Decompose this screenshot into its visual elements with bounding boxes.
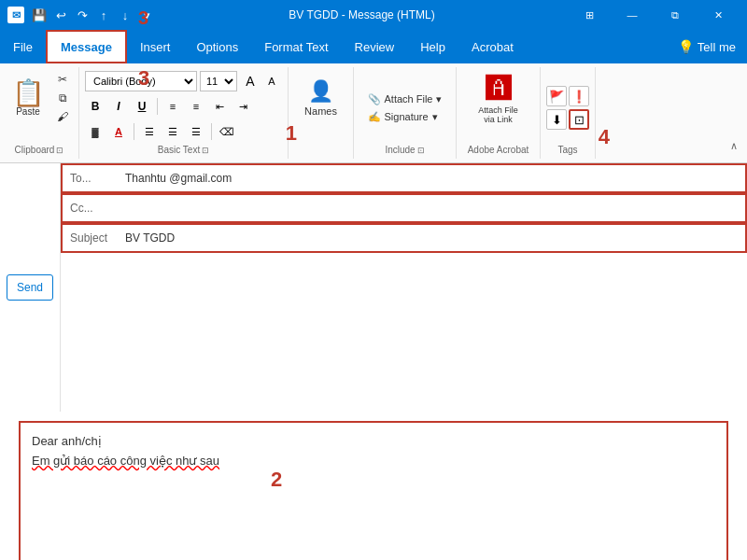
cc-field: Cc... — [61, 193, 747, 223]
importance-low-button[interactable]: ⬇ — [546, 109, 567, 130]
ribbon: 📋 Paste ✂ ⧉ 🖌 Clipboard ⊡ Calibri (Body)… — [0, 63, 747, 163]
align-left-button[interactable]: ☰ — [139, 121, 160, 142]
restore-button[interactable]: ⧉ — [654, 0, 697, 30]
menu-help[interactable]: Help — [407, 30, 458, 63]
attach-file-label: Attach File — [385, 93, 433, 105]
font-size-select[interactable]: 11 — [200, 71, 237, 91]
include-content: 📎 Attach File ▾ ✍ Signature ▾ — [362, 69, 448, 145]
decrease-indent-button[interactable]: ⇤ — [209, 96, 230, 117]
underline-button[interactable]: U — [132, 96, 152, 117]
font-row-1: Calibri (Body) 11 A A — [85, 71, 282, 91]
email-body-wrapper: Dear anh/chị Em gửi báo cáo công việc nh… — [0, 412, 747, 560]
qat-up[interactable]: ↑ — [94, 6, 113, 24]
include-label: Include ⊡ — [385, 145, 424, 157]
clipboard-expand-icon[interactable]: ⊡ — [56, 146, 63, 155]
cc-label: Cc... — [70, 202, 121, 215]
align-right-button[interactable]: ☰ — [186, 121, 206, 142]
highlight-color-button[interactable]: ▓ — [85, 121, 106, 142]
qat-redo[interactable]: ↷ — [73, 6, 92, 24]
tags-label: Tags — [557, 145, 577, 157]
cut-button[interactable]: ✂ — [52, 71, 73, 88]
ribbon-group-tags: 🚩 ❗ ⬇ ⊡ Tags 4 — [541, 67, 596, 159]
tags-row-2: ⬇ ⊡ — [546, 109, 589, 130]
qat-more[interactable]: ▾ — [137, 6, 156, 24]
subject-value[interactable]: BV TGDD — [121, 230, 738, 246]
title-bar-left: ✉ 💾 ↩ ↷ ↑ ↓ ▾ 3 — [7, 6, 156, 24]
annotation-4: 4 — [599, 125, 610, 149]
italic-button[interactable]: I — [108, 96, 129, 117]
close-button[interactable]: ✕ — [697, 0, 740, 30]
names-icon: 👤 — [308, 79, 333, 104]
attach-file-button[interactable]: 📎 Attach File ▾ — [362, 91, 448, 107]
format-painter-button[interactable]: 🖌 — [52, 108, 73, 125]
ribbon-group-clipboard: 📋 Paste ✂ ⧉ 🖌 Clipboard ⊡ — [0, 67, 79, 159]
qat-undo[interactable]: ↩ — [51, 6, 70, 24]
menu-bar: File Message Insert Options Format Text … — [0, 30, 747, 63]
taskbar-button[interactable]: ⊞ — [568, 0, 611, 30]
tell-me[interactable]: 💡 Tell me — [667, 39, 747, 54]
body-line-1: Dear anh/chị — [32, 434, 715, 448]
menu-format-text[interactable]: Format Text — [251, 30, 341, 63]
ribbon-group-include: 📎 Attach File ▾ ✍ Signature ▾ Include ⊡ — [354, 67, 457, 159]
to-field: To... Thanhtu @gmail.com — [61, 163, 747, 193]
font-family-select[interactable]: Calibri (Body) — [85, 71, 197, 91]
flag-button[interactable]: 🚩 — [546, 86, 567, 106]
email-body[interactable]: Dear anh/chị Em gửi báo cáo công việc nh… — [19, 421, 728, 560]
ribbon-collapse-button[interactable]: ∧ — [725, 136, 743, 155]
adobe-acrobat-button[interactable]: 🅰 Attach Filevia Link — [466, 71, 531, 125]
basic-text-label-text: Basic Text — [158, 145, 200, 155]
increase-font-size-button[interactable]: A — [240, 71, 261, 91]
names-button[interactable]: 👤 Names — [295, 71, 347, 125]
font-size-buttons: A A — [240, 71, 282, 91]
menu-acrobat[interactable]: Acrobat — [458, 30, 527, 63]
include-label-text: Include — [385, 145, 415, 155]
tags-row-1: 🚩 ❗ — [546, 86, 589, 106]
signature-label: Signature — [385, 111, 429, 122]
ribbon-group-adobe: 🅰 Attach Filevia Link Adobe Acrobat — [457, 67, 541, 159]
title-bar: ✉ 💾 ↩ ↷ ↑ ↓ ▾ 3 BV TGDD - Message (HTML)… — [0, 0, 747, 30]
paste-label: Paste — [16, 106, 40, 117]
clear-format-button[interactable]: ⌫ — [217, 121, 237, 142]
signature-button[interactable]: ✍ Signature ▾ — [362, 109, 448, 125]
numbered-list-button[interactable]: ≡ — [186, 96, 206, 117]
menu-options[interactable]: Options — [183, 30, 251, 63]
align-center-button[interactable]: ☰ — [162, 121, 183, 142]
basic-text-expand-icon[interactable]: ⊡ — [202, 146, 209, 155]
include-expand-icon[interactable]: ⊡ — [417, 146, 425, 155]
copy-button[interactable]: ⧉ — [52, 90, 73, 106]
attach-file-dropdown-icon: ▾ — [436, 93, 442, 105]
bullet-list-button[interactable]: ≡ — [162, 96, 183, 117]
subject-field: Subject BV TGDD — [61, 223, 747, 253]
minimize-button[interactable]: — — [611, 0, 654, 30]
send-area: Send — [0, 163, 61, 412]
lightbulb-icon: 💡 — [678, 39, 694, 54]
compose-layout: Send To... Thanhtu @gmail.com Cc... Subj… — [0, 163, 747, 412]
tags-expand-button[interactable]: ⊡ — [569, 109, 589, 130]
body-line-2-text: Em gửi báo cáo công việc như sau — [32, 454, 219, 468]
compose-fields: To... Thanhtu @gmail.com Cc... Subject B… — [61, 163, 747, 412]
app-icon: ✉ — [7, 7, 24, 23]
menu-review[interactable]: Review — [342, 30, 408, 63]
menu-insert[interactable]: Insert — [127, 30, 184, 63]
importance-high-button[interactable]: ❗ — [569, 86, 589, 106]
qat-down[interactable]: ↓ — [116, 6, 134, 24]
font-color-button[interactable]: A — [108, 121, 129, 142]
separator-3 — [211, 123, 212, 140]
menu-message[interactable]: Message — [46, 30, 127, 63]
paste-button[interactable]: 📋 Paste — [6, 71, 50, 125]
qat-save[interactable]: 💾 — [30, 6, 49, 24]
adobe-label: Attach Filevia Link — [478, 105, 518, 124]
decrease-font-size-button[interactable]: A — [261, 71, 282, 91]
email-wrapper: Send To... Thanhtu @gmail.com Cc... Subj… — [0, 163, 747, 560]
to-value[interactable]: Thanhtu @gmail.com — [121, 170, 738, 187]
menu-file[interactable]: File — [0, 30, 46, 63]
basic-text-content: Calibri (Body) 11 A A B I U ≡ ≡ ⇤ ⇥ — [85, 69, 282, 145]
cc-value[interactable] — [121, 206, 738, 210]
paste-icon: 📋 — [12, 80, 45, 106]
increase-indent-button[interactable]: ⇥ — [233, 96, 253, 117]
bold-button[interactable]: B — [85, 96, 106, 117]
send-button[interactable]: Send — [7, 274, 53, 301]
adobe-icon: 🅰 — [486, 73, 512, 104]
font-row-2: B I U ≡ ≡ ⇤ ⇥ — [85, 96, 282, 117]
clipboard-label: Clipboard ⊡ — [15, 145, 64, 157]
